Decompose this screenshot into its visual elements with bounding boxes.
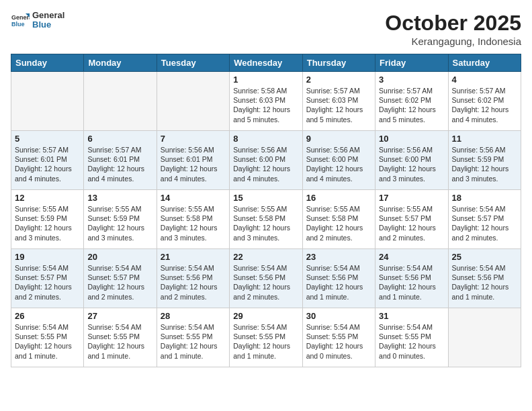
- day-info: Sunrise: 5:56 AMSunset: 5:59 PMDaylight:…: [452, 145, 517, 183]
- logo-general-text: General: [32, 11, 64, 20]
- week-row-4: 19Sunrise: 5:54 AMSunset: 5:57 PMDayligh…: [11, 249, 521, 308]
- day-cell-7: 7Sunrise: 5:56 AMSunset: 6:01 PMDaylight…: [157, 131, 229, 190]
- day-cell-2: 2Sunrise: 5:57 AMSunset: 6:03 PMDaylight…: [302, 72, 375, 131]
- day-number: 8: [233, 134, 298, 144]
- day-info: Sunrise: 5:56 AMSunset: 6:01 PMDaylight:…: [161, 145, 226, 183]
- day-number: 13: [87, 193, 152, 203]
- day-info: Sunrise: 5:54 AMSunset: 5:56 PMDaylight:…: [233, 263, 298, 302]
- day-number: 22: [233, 252, 298, 262]
- day-info: Sunrise: 5:54 AMSunset: 5:55 PMDaylight:…: [233, 322, 298, 361]
- day-cell-11: 11Sunrise: 5:56 AMSunset: 5:59 PMDayligh…: [448, 131, 521, 190]
- calendar-title: October 2025: [385, 11, 521, 36]
- logo: General Blue General Blue: [11, 11, 64, 30]
- day-number: 29: [233, 311, 298, 321]
- day-info: Sunrise: 5:57 AMSunset: 6:01 PMDaylight:…: [15, 145, 80, 183]
- day-header-monday: Monday: [84, 54, 157, 72]
- svg-text:General: General: [11, 14, 30, 21]
- empty-cell: [157, 72, 229, 131]
- day-number: 18: [452, 193, 517, 203]
- day-number: 9: [306, 134, 371, 144]
- day-number: 3: [379, 75, 444, 85]
- day-number: 12: [15, 193, 80, 203]
- day-number: 26: [15, 311, 80, 321]
- day-cell-14: 14Sunrise: 5:55 AMSunset: 5:58 PMDayligh…: [157, 190, 229, 249]
- day-number: 11: [452, 134, 517, 144]
- day-info: Sunrise: 5:55 AMSunset: 5:59 PMDaylight:…: [15, 204, 80, 242]
- day-cell-20: 20Sunrise: 5:54 AMSunset: 5:57 PMDayligh…: [84, 249, 157, 308]
- day-cell-18: 18Sunrise: 5:54 AMSunset: 5:57 PMDayligh…: [448, 190, 521, 249]
- day-info: Sunrise: 5:54 AMSunset: 5:57 PMDaylight:…: [87, 263, 152, 302]
- day-info: Sunrise: 5:54 AMSunset: 5:56 PMDaylight:…: [161, 263, 226, 302]
- day-info: Sunrise: 5:55 AMSunset: 5:58 PMDaylight:…: [161, 204, 226, 242]
- title-area: October 2025 Kerangagung, Indonesia: [385, 11, 521, 47]
- day-cell-30: 30Sunrise: 5:54 AMSunset: 5:55 PMDayligh…: [302, 308, 375, 367]
- day-cell-6: 6Sunrise: 5:57 AMSunset: 6:01 PMDaylight…: [84, 131, 157, 190]
- day-info: Sunrise: 5:54 AMSunset: 5:56 PMDaylight:…: [379, 263, 444, 302]
- day-info: Sunrise: 5:55 AMSunset: 5:58 PMDaylight:…: [306, 204, 371, 242]
- day-header-thursday: Thursday: [302, 54, 375, 72]
- day-number: 25: [452, 252, 517, 262]
- day-header-friday: Friday: [375, 54, 448, 72]
- day-cell-15: 15Sunrise: 5:55 AMSunset: 5:58 PMDayligh…: [230, 190, 302, 249]
- day-info: Sunrise: 5:54 AMSunset: 5:55 PMDaylight:…: [161, 322, 226, 361]
- day-number: 10: [379, 134, 444, 144]
- day-info: Sunrise: 5:55 AMSunset: 5:59 PMDaylight:…: [87, 204, 152, 242]
- day-cell-22: 22Sunrise: 5:54 AMSunset: 5:56 PMDayligh…: [230, 249, 302, 308]
- day-cell-17: 17Sunrise: 5:55 AMSunset: 5:57 PMDayligh…: [375, 190, 448, 249]
- day-cell-26: 26Sunrise: 5:54 AMSunset: 5:55 PMDayligh…: [11, 308, 84, 367]
- day-cell-5: 5Sunrise: 5:57 AMSunset: 6:01 PMDaylight…: [11, 131, 84, 190]
- day-info: Sunrise: 5:57 AMSunset: 6:03 PMDaylight:…: [306, 86, 371, 124]
- day-header-tuesday: Tuesday: [157, 54, 229, 72]
- day-cell-19: 19Sunrise: 5:54 AMSunset: 5:57 PMDayligh…: [11, 249, 84, 308]
- day-cell-29: 29Sunrise: 5:54 AMSunset: 5:55 PMDayligh…: [230, 308, 302, 367]
- day-number: 31: [379, 311, 444, 321]
- day-cell-23: 23Sunrise: 5:54 AMSunset: 5:56 PMDayligh…: [302, 249, 375, 308]
- day-cell-25: 25Sunrise: 5:54 AMSunset: 5:56 PMDayligh…: [448, 249, 521, 308]
- day-info: Sunrise: 5:54 AMSunset: 5:55 PMDaylight:…: [379, 322, 444, 361]
- svg-text:Blue: Blue: [11, 21, 25, 28]
- day-number: 21: [161, 252, 226, 262]
- day-cell-10: 10Sunrise: 5:56 AMSunset: 6:00 PMDayligh…: [375, 131, 448, 190]
- day-number: 24: [379, 252, 444, 262]
- day-info: Sunrise: 5:54 AMSunset: 5:56 PMDaylight:…: [452, 263, 517, 302]
- header-row: SundayMondayTuesdayWednesdayThursdayFrid…: [11, 54, 521, 72]
- day-cell-21: 21Sunrise: 5:54 AMSunset: 5:56 PMDayligh…: [157, 249, 229, 308]
- day-info: Sunrise: 5:58 AMSunset: 6:03 PMDaylight:…: [233, 86, 298, 124]
- day-cell-1: 1Sunrise: 5:58 AMSunset: 6:03 PMDaylight…: [230, 72, 302, 131]
- week-row-5: 26Sunrise: 5:54 AMSunset: 5:55 PMDayligh…: [11, 308, 521, 367]
- day-info: Sunrise: 5:54 AMSunset: 5:55 PMDaylight:…: [87, 322, 152, 361]
- logo-icon: General Blue: [11, 11, 30, 30]
- day-info: Sunrise: 5:56 AMSunset: 6:00 PMDaylight:…: [306, 145, 371, 183]
- calendar-subtitle: Kerangagung, Indonesia: [385, 36, 521, 47]
- week-row-1: 1Sunrise: 5:58 AMSunset: 6:03 PMDaylight…: [11, 72, 521, 131]
- day-cell-13: 13Sunrise: 5:55 AMSunset: 5:59 PMDayligh…: [84, 190, 157, 249]
- day-info: Sunrise: 5:54 AMSunset: 5:55 PMDaylight:…: [306, 322, 371, 361]
- day-info: Sunrise: 5:54 AMSunset: 5:55 PMDaylight:…: [15, 322, 80, 361]
- day-number: 4: [452, 75, 517, 85]
- day-cell-27: 27Sunrise: 5:54 AMSunset: 5:55 PMDayligh…: [84, 308, 157, 367]
- day-cell-4: 4Sunrise: 5:57 AMSunset: 6:02 PMDaylight…: [448, 72, 521, 131]
- day-info: Sunrise: 5:55 AMSunset: 5:58 PMDaylight:…: [233, 204, 298, 242]
- day-number: 5: [15, 134, 80, 144]
- day-number: 1: [233, 75, 298, 85]
- page-header: General Blue General Blue October 2025 K…: [11, 11, 521, 47]
- day-header-sunday: Sunday: [11, 54, 84, 72]
- day-number: 17: [379, 193, 444, 203]
- day-header-saturday: Saturday: [448, 54, 521, 72]
- empty-cell: [84, 72, 157, 131]
- day-info: Sunrise: 5:57 AMSunset: 6:02 PMDaylight:…: [452, 86, 517, 124]
- day-number: 27: [87, 311, 152, 321]
- day-cell-12: 12Sunrise: 5:55 AMSunset: 5:59 PMDayligh…: [11, 190, 84, 249]
- day-cell-16: 16Sunrise: 5:55 AMSunset: 5:58 PMDayligh…: [302, 190, 375, 249]
- day-cell-9: 9Sunrise: 5:56 AMSunset: 6:00 PMDaylight…: [302, 131, 375, 190]
- day-number: 14: [161, 193, 226, 203]
- day-info: Sunrise: 5:57 AMSunset: 6:02 PMDaylight:…: [379, 86, 444, 124]
- day-header-wednesday: Wednesday: [230, 54, 302, 72]
- day-info: Sunrise: 5:54 AMSunset: 5:56 PMDaylight:…: [306, 263, 371, 302]
- day-number: 6: [87, 134, 152, 144]
- day-number: 30: [306, 311, 371, 321]
- day-number: 7: [161, 134, 226, 144]
- day-number: 2: [306, 75, 371, 85]
- day-number: 19: [15, 252, 80, 262]
- day-info: Sunrise: 5:54 AMSunset: 5:57 PMDaylight:…: [452, 204, 517, 242]
